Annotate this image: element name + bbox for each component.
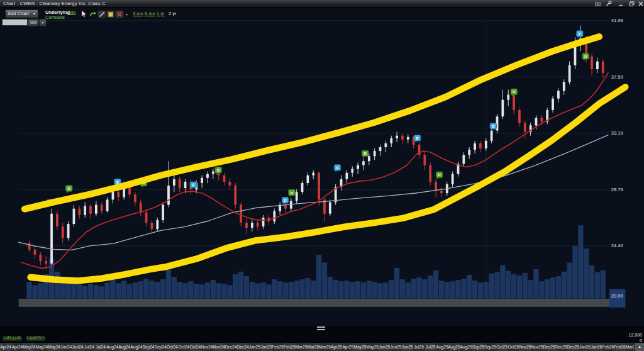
time-axis-label: Feb26: [614, 343, 626, 351]
lower-pane: calls/putslogarithm 12,000 0: [0, 326, 644, 343]
link-calls-puts[interactable]: calls/puts: [3, 335, 21, 340]
time-axis-label: Aug24: [106, 343, 118, 351]
svg-text:D: D: [291, 191, 294, 195]
svg-text:D: D: [513, 89, 516, 94]
time-axis-label: May25: [353, 343, 366, 351]
range-3mo[interactable]: 3 mo: [133, 11, 143, 16]
time-axis-label: Jun25: [402, 343, 413, 351]
svg-text:E: E: [336, 165, 338, 170]
time-axis-label: Jun25: [390, 343, 401, 351]
time-axis-label: Jun25: [379, 343, 390, 351]
svg-text:D: D: [217, 168, 220, 172]
time-axis-label: Oct24: [189, 343, 201, 351]
price-chart-canvas[interactable]: EDEDEDEDEDEDEDED41.9937.5933.1928.7924.4…: [0, 19, 644, 326]
svg-text:41.99: 41.99: [611, 19, 623, 23]
range-2yr[interactable]: 2 yr: [169, 11, 177, 16]
time-axis-label: Nov24: [201, 343, 213, 351]
range-6mo[interactable]: 6 mo: [145, 11, 155, 16]
window-title: Chart - CWEN - Clearway Energy Inc. Clas…: [3, 1, 106, 6]
time-axis-label: Mar25: [319, 343, 331, 351]
time-axis-label: Mar25: [296, 343, 308, 351]
svg-text:E: E: [116, 180, 119, 184]
time-axis-label: Jan25: [260, 343, 272, 351]
link-logarithm[interactable]: logarithm: [26, 335, 45, 340]
go-dropdown[interactable]: ▾: [39, 19, 47, 26]
cursor-tool-icon[interactable]: [80, 10, 88, 18]
highlight-tool[interactable]: [106, 10, 115, 19]
time-axis-label: Jun24: [72, 343, 83, 351]
svg-text:D: D: [364, 151, 367, 155]
svg-text:E: E: [192, 182, 195, 187]
time-axis: Apr24Apr24May24May24May24Jun24Jun24Jul24…: [0, 343, 644, 351]
time-axis-label: May25: [366, 343, 379, 351]
time-axis-label: Jun24: [60, 343, 72, 351]
time-axis-label: Aug24: [118, 343, 130, 351]
time-axis-label: Aug24: [130, 343, 142, 351]
time-axis-label: Mar25: [307, 343, 319, 351]
go-button[interactable]: GO: [28, 19, 39, 26]
symbol-input[interactable]: [2, 19, 28, 26]
time-axis-label: Feb25: [284, 343, 296, 351]
vol-link[interactable]: Vol: [69, 9, 75, 15]
svg-text:37.59: 37.59: [611, 74, 623, 80]
delete-drawing-tool[interactable]: [115, 10, 124, 19]
time-axis-label: Dec24: [225, 343, 237, 351]
svg-text:E: E: [579, 31, 581, 36]
range-1yr[interactable]: 1 yr: [157, 11, 165, 16]
add-chart-button[interactable]: Add Chart: [5, 9, 31, 18]
svg-text:E: E: [284, 198, 287, 203]
time-axis-label: Jul24: [95, 343, 106, 351]
svg-text:E: E: [416, 136, 419, 140]
time-axis-label: Sep24: [142, 343, 154, 351]
time-axis-label: Apr25: [331, 343, 342, 351]
time-axis-label: Jan26: [591, 343, 602, 351]
minimize-icon[interactable]: [617, 1, 625, 6]
time-axis-label: Oct25: [496, 343, 508, 351]
time-axis-label: May24: [35, 343, 48, 351]
time-axis-label: Feb26: [602, 343, 614, 351]
time-axis-label: Feb25: [272, 343, 284, 351]
time-axis-label: Jan26: [579, 343, 591, 351]
add-chart-dropdown[interactable]: ▾: [31, 9, 38, 18]
time-axis-label: Oct24: [178, 343, 189, 351]
wrench-icon[interactable]: [605, 1, 613, 6]
svg-text:D: D: [438, 172, 441, 177]
draw-line-tool[interactable]: [97, 10, 106, 19]
time-axis-label: Aug25: [460, 343, 472, 351]
title-bar: Chart - CWEN - Clearway Energy Inc. Clas…: [0, 0, 644, 8]
pane-links: calls/putslogarithm: [3, 330, 50, 342]
tools-dropdown-icon[interactable]: ▾: [124, 10, 130, 18]
undo-arrow-icon[interactable]: [89, 10, 96, 18]
time-axis-label: Dec25: [555, 343, 567, 351]
time-axis-label: Nov25: [531, 343, 543, 351]
time-axis-label: Apr25: [342, 343, 353, 351]
time-axis-label: Jul25: [413, 343, 425, 351]
symbol-entry-row: GO ▾: [0, 19, 57, 26]
time-axis-label: Oct24: [167, 343, 178, 351]
svg-text:D: D: [68, 186, 71, 191]
axis-scroll-arrow[interactable]: ▲: [634, 343, 644, 351]
time-axis-label: May24: [23, 343, 36, 351]
svg-text:D: D: [584, 54, 587, 58]
time-axis-label: Nov25: [519, 343, 531, 351]
svg-text:33.19: 33.19: [611, 130, 623, 136]
time-axis-label: Jul25: [425, 343, 436, 351]
close-icon[interactable]: [637, 1, 644, 6]
time-axis-label: Aug25: [448, 343, 460, 351]
time-axis-label: Oct25: [508, 343, 519, 351]
time-axis-label: Sep24: [154, 343, 166, 351]
chart-scroll-band[interactable]: [19, 299, 609, 307]
camera-icon[interactable]: [594, 1, 602, 6]
svg-text:24.40: 24.40: [611, 243, 623, 248]
svg-text:28.79: 28.79: [611, 187, 623, 192]
pane-splitter-grip[interactable]: [317, 326, 325, 331]
time-axis-label: Jan25: [249, 343, 260, 351]
restore-icon[interactable]: [628, 1, 635, 6]
time-axis-label: Sep25: [484, 343, 496, 351]
svg-text:E: E: [492, 124, 494, 128]
volume-axis-min: 0: [640, 338, 642, 343]
time-axis-label: Apr24: [0, 343, 11, 351]
time-axis-label: Dec24: [237, 343, 249, 351]
time-axis-label: Sep25: [472, 343, 484, 351]
time-axis-label: Apr24: [11, 343, 23, 351]
